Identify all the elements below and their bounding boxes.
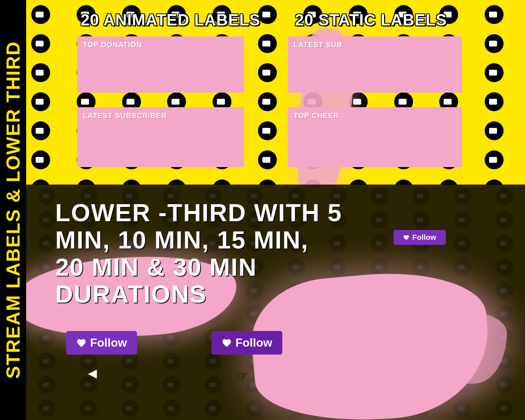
dark-emoji-dot xyxy=(400,255,442,279)
dark-emoji-dot xyxy=(400,350,442,373)
lower-third-heading: LOWER -THIRD WITH 5 MIN, 10 MIN, 15 MIN,… xyxy=(55,199,400,308)
emoji-dot xyxy=(26,145,55,174)
emoji-dot xyxy=(480,145,509,174)
static-labels-header: 20 STATIC LABELS xyxy=(295,11,447,29)
top-yellow-section: 20 ANIMATED LABELS 20 STATIC LABELS TOP … xyxy=(26,0,525,185)
dark-emoji-dot xyxy=(484,255,525,279)
emoji-dot xyxy=(26,116,55,145)
emoji-dot xyxy=(253,116,282,145)
dark-emoji-dot xyxy=(400,373,442,396)
dark-emoji-dot xyxy=(275,373,317,396)
dark-emoji-dot xyxy=(442,302,483,326)
dark-emoji-dot xyxy=(359,373,400,396)
side-label-bar: STREAM LABELS & LOWER THIRD xyxy=(0,0,26,420)
follow-button-1[interactable]: Follow xyxy=(66,331,137,355)
heart-icon-1 xyxy=(76,338,86,348)
dark-emoji-dot xyxy=(193,396,234,420)
dark-emoji-dot xyxy=(400,208,442,232)
dark-emoji-dot xyxy=(317,350,359,373)
follow-button-container-2[interactable]: Follow xyxy=(211,331,282,355)
emoji-dot xyxy=(207,174,237,185)
dark-emoji-dot xyxy=(484,396,525,420)
emoji-dot xyxy=(253,145,282,174)
emoji-dot xyxy=(26,29,55,58)
emoji-dot xyxy=(72,174,101,185)
dark-emoji-dot xyxy=(484,326,525,350)
emoji-dot xyxy=(26,58,55,87)
dark-emoji-dot xyxy=(484,208,525,232)
dark-emoji-dot xyxy=(484,350,525,373)
dark-emoji-dot xyxy=(317,326,359,350)
follow-button-2[interactable]: Follow xyxy=(211,331,282,355)
dark-emoji-dot xyxy=(484,302,525,326)
animated-labels-header: 20 ANIMATED LABELS xyxy=(81,11,261,29)
dark-emoji-dot xyxy=(442,396,483,420)
dark-emoji-dot xyxy=(359,396,400,420)
latest-sub-box: LATEST SUB xyxy=(288,36,462,93)
dark-emoji-dot xyxy=(26,396,68,420)
emoji-dot xyxy=(344,174,373,185)
emoji-dot xyxy=(117,174,146,185)
top-cheer-title: TOP CHEER xyxy=(294,112,456,120)
emoji-dot xyxy=(480,58,509,87)
emoji-dot xyxy=(162,174,191,185)
dark-emoji-dot xyxy=(234,396,275,420)
emoji-dot xyxy=(26,0,55,29)
dark-emoji-dot xyxy=(26,350,68,373)
dark-emoji-dot xyxy=(275,396,317,420)
emoji-dot xyxy=(26,174,55,185)
dark-emoji-dot xyxy=(109,396,151,420)
follow-button-3[interactable]: Follow xyxy=(393,230,446,245)
emoji-dot xyxy=(253,29,282,58)
dark-emoji-dot xyxy=(68,373,109,396)
latest-sub-title: LATEST SUB xyxy=(294,41,456,49)
dark-emoji-dot xyxy=(400,396,442,420)
dark-emoji-dot xyxy=(68,396,109,420)
emoji-dot xyxy=(253,87,282,116)
emoji-dot xyxy=(26,87,55,116)
dark-emoji-dot xyxy=(442,232,483,255)
dark-emoji-dot xyxy=(109,373,151,396)
emoji-dot xyxy=(480,0,509,29)
follow-button-container-3[interactable]: Follow xyxy=(393,230,446,245)
emoji-dot xyxy=(480,87,509,116)
heart-icon-3 xyxy=(403,234,409,241)
dark-emoji-dot xyxy=(484,185,525,208)
dark-emoji-dot xyxy=(234,373,275,396)
emoji-dot xyxy=(480,174,509,185)
dark-emoji-dot xyxy=(317,396,359,420)
dark-emoji-dot xyxy=(359,326,400,350)
emoji-dot xyxy=(480,116,509,145)
latest-subscriber-title: LATEST SUBSCRIBER xyxy=(83,112,238,120)
top-donation-title: TOP DONATION xyxy=(83,41,238,49)
dark-emoji-dot xyxy=(484,279,525,302)
dark-emoji-dot xyxy=(151,326,192,350)
dark-emoji-dot xyxy=(400,279,442,302)
dark-emoji-dot xyxy=(442,208,483,232)
emoji-dot xyxy=(434,174,463,185)
dark-emoji-dot xyxy=(26,373,68,396)
emoji-dot xyxy=(480,29,509,58)
emoji-dot xyxy=(389,174,418,185)
dark-emoji-dot xyxy=(151,350,192,373)
dark-emoji-dot xyxy=(442,279,483,302)
dark-emoji-dot xyxy=(400,185,442,208)
dark-emoji-dot xyxy=(442,373,483,396)
dark-emoji-dot xyxy=(400,302,442,326)
top-cheer-box: TOP CHEER xyxy=(288,107,462,167)
follow-button-container-1[interactable]: Follow xyxy=(66,331,137,355)
dark-emoji-dot xyxy=(317,373,359,396)
dark-emoji-dot xyxy=(442,185,483,208)
dark-emoji-dot xyxy=(442,350,483,373)
dark-emoji-dot xyxy=(26,326,68,350)
follow-button-2-label: Follow xyxy=(235,336,272,350)
dark-emoji-dot xyxy=(151,373,192,396)
dark-emoji-dot xyxy=(151,396,192,420)
dark-emoji-dot xyxy=(359,350,400,373)
top-donation-box: TOP DONATION xyxy=(77,36,244,93)
follow-button-3-label: Follow xyxy=(412,233,436,242)
latest-subscriber-box: LATEST SUBSCRIBER xyxy=(77,107,244,167)
dark-emoji-dot xyxy=(442,255,483,279)
dark-emoji-dot xyxy=(484,232,525,255)
bottom-dark-section: LOWER -THIRD WITH 5 MIN, 10 MIN, 15 MIN,… xyxy=(26,185,525,420)
